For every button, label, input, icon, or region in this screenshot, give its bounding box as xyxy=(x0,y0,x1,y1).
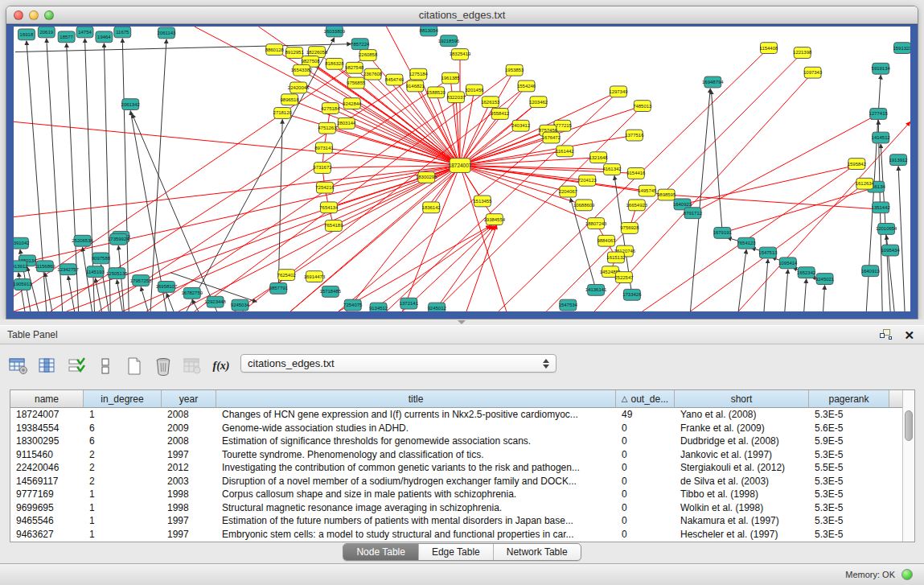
graph-node[interactable]: 16914473 xyxy=(304,271,326,282)
graph-edge[interactable] xyxy=(187,38,335,311)
graph-node[interactable]: 1513455 xyxy=(473,196,492,207)
graph-node[interactable]: 9245021 xyxy=(815,274,835,285)
graph-node[interactable]: 1615132 xyxy=(606,252,625,263)
graph-node[interactable]: 7254075 xyxy=(343,299,363,311)
graph-node[interactable]: 8973141 xyxy=(314,142,334,154)
graph-node[interactable]: 8860128 xyxy=(265,44,285,56)
select-all-rows-icon[interactable] xyxy=(64,355,88,377)
graph-edge[interactable] xyxy=(334,166,460,226)
table-row[interactable]: 911546021997Tourette syndrome. Phenomeno… xyxy=(10,448,902,462)
float-window-icon[interactable] xyxy=(880,329,893,340)
graph-node[interactable]: 8322037 xyxy=(446,92,465,103)
graph-node[interactable]: 9896518 xyxy=(281,94,300,105)
graph-node[interactable]: 9242844 xyxy=(343,98,362,109)
graph-node[interactable]: 16958107 xyxy=(156,282,178,293)
delete-table-icon[interactable] xyxy=(151,355,175,377)
graph-node[interactable]: 1297349 xyxy=(609,86,628,97)
graph-node[interactable]: 18807243 xyxy=(585,218,607,229)
table-row[interactable]: 1456911722003Disruption of a novel membe… xyxy=(10,475,902,488)
graph-node[interactable]: 2718120 xyxy=(273,108,293,119)
graph-node[interactable]: 16654923 xyxy=(626,200,648,211)
graph-node[interactable]: 1547513 xyxy=(758,247,778,258)
tab-network-table[interactable]: Network Table xyxy=(494,544,581,560)
graph-node[interactable]: 7254216 xyxy=(315,182,335,193)
graph-node[interactable]: 7857224 xyxy=(351,39,370,50)
graph-node[interactable]: 9154416 xyxy=(626,168,646,179)
graph-node[interactable]: 9731672 xyxy=(313,163,331,174)
table-row[interactable]: 2242004622012Investigating the contribut… xyxy=(10,461,902,475)
graph-node[interactable]: 4275184 xyxy=(321,103,340,114)
graph-node[interactable]: 1836142 xyxy=(422,202,441,213)
column-header-title[interactable]: title xyxy=(216,390,616,408)
graph-edge[interactable] xyxy=(14,55,368,296)
graph-node[interactable]: 1953853 xyxy=(505,64,524,76)
graph-node[interactable]: 9898595 xyxy=(657,189,676,200)
graph-node[interactable]: 1612634 xyxy=(856,178,875,189)
close-icon[interactable]: ✕ xyxy=(904,329,914,341)
graph-node[interactable]: 17359924 xyxy=(108,233,129,245)
graph-edge[interactable] xyxy=(667,195,877,209)
graph-node[interactable]: 16918 xyxy=(18,29,35,40)
graph-node[interactable]: 3913912 xyxy=(14,261,28,272)
graph-node[interactable]: 1321648 xyxy=(589,152,608,163)
graph-edge[interactable] xyxy=(278,119,282,288)
graph-node[interactable]: 11156869 xyxy=(35,261,55,272)
graph-node[interactable]: 2803144 xyxy=(337,117,356,129)
column-header-year[interactable]: year xyxy=(162,390,216,408)
graph-edge[interactable] xyxy=(823,285,825,311)
graph-edge[interactable] xyxy=(722,188,872,233)
tab-node-table[interactable]: Node Table xyxy=(343,544,419,560)
graph-node[interactable]: 16948794 xyxy=(702,76,724,88)
graph-edge[interactable] xyxy=(14,122,460,165)
graph-node[interactable]: 19384554 xyxy=(484,214,506,225)
graph-node[interactable]: 9827548 xyxy=(345,62,364,73)
graph-node[interactable]: 1095414 xyxy=(778,257,798,269)
graph-edge[interactable] xyxy=(711,90,722,233)
graph-node[interactable]: 8454749 xyxy=(385,74,405,85)
graph-edge[interactable] xyxy=(460,166,507,311)
graph-node[interactable]: 18325419 xyxy=(450,49,471,60)
table-row[interactable]: 969969511998Structural magnetic resonanc… xyxy=(10,501,902,515)
graph-node[interactable]: 1961385 xyxy=(441,72,460,84)
graph-node[interactable]: 1547534 xyxy=(559,299,578,311)
graph-node[interactable]: 2522547 xyxy=(614,272,633,283)
graph-node[interactable]: 22420046 xyxy=(288,82,310,93)
window-titlebar[interactable]: citations_edges.txt xyxy=(6,6,918,24)
table-scrollbar[interactable] xyxy=(902,390,914,542)
graph-edge[interactable] xyxy=(683,167,852,204)
graph-node[interactable]: 12342757 xyxy=(57,264,79,275)
graph-node[interactable]: 8186328 xyxy=(325,58,344,69)
graph-node[interactable]: 9857791 xyxy=(269,283,289,295)
graph-node[interactable]: 2367608 xyxy=(363,68,383,80)
graph-node[interactable]: 9146821 xyxy=(406,80,425,92)
graph-node[interactable]: 9097588 xyxy=(92,253,111,264)
graph-edge[interactable] xyxy=(570,198,596,290)
graph-node[interactable]: 10688609 xyxy=(573,200,595,211)
graph-node[interactable]: 1554246 xyxy=(517,80,536,92)
graph-node[interactable]: 1676472 xyxy=(542,132,561,143)
graph-node[interactable]: 1626153 xyxy=(481,97,500,108)
graph-node[interactable]: 12505135 xyxy=(106,268,128,279)
row-height-icon[interactable] xyxy=(93,355,117,377)
graph-node[interactable]: 8912951 xyxy=(285,47,305,59)
graph-node[interactable]: 16782759 xyxy=(182,287,203,299)
graph-edge[interactable] xyxy=(738,249,746,311)
scrollbar-thumb[interactable] xyxy=(905,410,913,441)
divider-grip-icon[interactable] xyxy=(458,320,466,324)
graph-node[interactable]: 18577 xyxy=(58,31,75,43)
table-settings-icon[interactable] xyxy=(6,355,31,377)
graph-node[interactable]: 7625402 xyxy=(277,270,296,281)
graph-node[interactable]: 1591323 xyxy=(893,43,910,54)
graph-node[interactable]: 1640913 xyxy=(861,266,881,277)
graph-node[interactable]: 1733426 xyxy=(622,289,642,300)
graph-edge[interactable] xyxy=(141,286,148,311)
graph-node[interactable]: 1351442 xyxy=(872,202,890,213)
graph-node[interactable]: 9245012 xyxy=(428,303,446,311)
graph-node[interactable]: 2061342 xyxy=(121,99,140,110)
graph-node[interactable]: 1905913 xyxy=(14,279,32,290)
graph-node[interactable]: 1679191 xyxy=(713,227,733,238)
graph-node[interactable]: 1145193 xyxy=(86,266,105,278)
graph-node[interactable]: 19218596 xyxy=(438,35,460,47)
graph-node[interactable]: 7654189 xyxy=(324,220,343,232)
graph-node[interactable]: 5919134 xyxy=(872,63,891,74)
